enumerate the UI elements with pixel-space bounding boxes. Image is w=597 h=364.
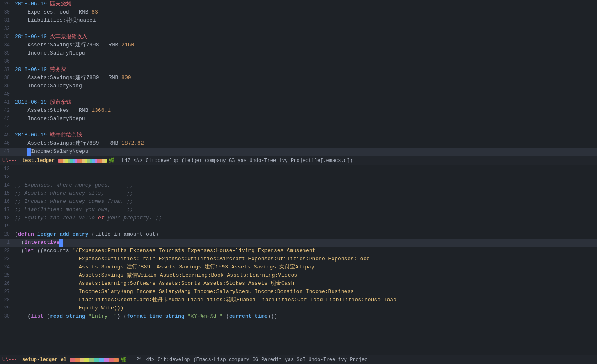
table-row: 31 Liabilities:花呗huabei xyxy=(0,16,597,25)
table-row: 17 ;; Liabilities: money you owe, ;; xyxy=(0,206,597,214)
bottom-modes: (Emacs-Lisp company GG Paredit yas SoT U… xyxy=(193,357,367,363)
table-row: 29 Equity:Wife))) xyxy=(0,304,597,312)
table-row: 47 Income:SalaryNcepu xyxy=(0,148,597,156)
table-row: 30 Expenses:Food RMB 83 xyxy=(0,8,597,16)
table-row: 12 xyxy=(0,165,597,173)
table-row: 30 (list (read-string "Entry: ") (format… xyxy=(0,312,597,321)
table-row: 34 Assets:Savings:建行7998 RMB 2160 xyxy=(0,41,597,49)
bottom-rainbow-bar xyxy=(70,358,119,362)
top-col-info: <N> xyxy=(134,158,143,164)
table-row: 44 xyxy=(0,123,597,131)
table-row: 20 (defun ledger-add-entry (title in amo… xyxy=(0,230,597,239)
top-modes: (Ledger company GG yas Undo-Tree ivy Pro… xyxy=(182,158,353,164)
bottom-modified-indicator: U\--- xyxy=(2,357,17,363)
table-row: 19 xyxy=(0,222,597,230)
modified-indicator: U\--- xyxy=(2,158,17,164)
bottom-git-icon: 🌿 xyxy=(121,357,127,363)
top-filename: test.ledger xyxy=(22,158,55,164)
table-row: 43 Income:SalaryNcepu xyxy=(0,115,597,123)
table-row: 32 xyxy=(0,25,597,33)
bottom-filename: setup-ledger.el xyxy=(22,357,66,363)
table-row: 14 ;; Expenses: where money goes, ;; xyxy=(0,181,597,189)
bottom-pane: 12 13 14 ;; Expenses: where money goes, … xyxy=(0,165,597,355)
table-row: 29 2018-06-19 匹夫烧烤 xyxy=(0,0,597,8)
table-row: 28 Liabilities:CreditCard:牡丹卡Mudan Liabi… xyxy=(0,296,597,304)
table-row: 13 xyxy=(0,173,597,181)
table-row: 27 Income:SalaryKang Income:SalaryWang I… xyxy=(0,288,597,296)
table-row: 46 Assets:Savings:建行7889 RMB 1872.82 xyxy=(0,139,597,148)
table-row: 24 Assets:Savings:建行7889 Assets:Savings:… xyxy=(0,263,597,271)
top-modeline: U\--- test.ledger 🌿 L47 <N> xyxy=(0,156,597,165)
table-row: 33 2018-06-19 火车票报销收入 xyxy=(0,33,597,41)
table-row: 40 xyxy=(0,90,597,98)
table-row: 37 2018-06-19 劳务费 xyxy=(0,66,597,74)
table-row: 22 (let ((accounts '(Expenses:Fruits Exp… xyxy=(0,247,597,255)
top-git-info: Git:develop xyxy=(146,158,178,164)
git-icon: 🌿 xyxy=(109,157,115,164)
table-row: 1 (interactive xyxy=(0,239,597,247)
table-row: 41 2018-06-19 股市余钱 xyxy=(0,98,597,107)
table-row: 35 Income:SalaryNcepu xyxy=(0,49,597,57)
bottom-git-info: Git:develop xyxy=(157,357,190,363)
table-row: 45 2018-06-19 端午前结余钱 xyxy=(0,131,597,139)
bottom-modeline: U\--- setup-ledger.el 🌿 L21 <N> Git:deve… xyxy=(0,355,597,364)
top-line-info: L47 xyxy=(121,158,130,164)
table-row: 36 xyxy=(0,57,597,66)
table-row: 38 Assets:Savings:建行7889 RMB 800 xyxy=(0,74,597,82)
top-pane: 29 2018-06-19 匹夫烧烤 30 Expenses:Food RMB … xyxy=(0,0,597,156)
bottom-line-info: L21 xyxy=(133,357,142,363)
table-row: 23 Expenses:Utilities:Train Expenses:Uti… xyxy=(0,255,597,263)
table-row: 25 Assets:Savings:微信Weixin Assets:Learni… xyxy=(0,271,597,280)
bottom-col-info: <N> xyxy=(146,357,155,363)
table-row: 15 ;; Assets: where money sits, ;; xyxy=(0,189,597,198)
editor: 29 2018-06-19 匹夫烧烤 30 Expenses:Food RMB … xyxy=(0,0,597,364)
table-row: 18 ;; Equity: the real value of your pro… xyxy=(0,214,597,222)
table-row: 16 ;; Income: where money comes from, ;; xyxy=(0,198,597,206)
rainbow-bar xyxy=(58,159,107,163)
table-row: 26 Assets:Learning:Software Assets:Sport… xyxy=(0,280,597,288)
table-row: 39 Income:SalaryKang xyxy=(0,82,597,90)
table-row: 42 Assets:Stokes RMB 1366.1 xyxy=(0,107,597,115)
